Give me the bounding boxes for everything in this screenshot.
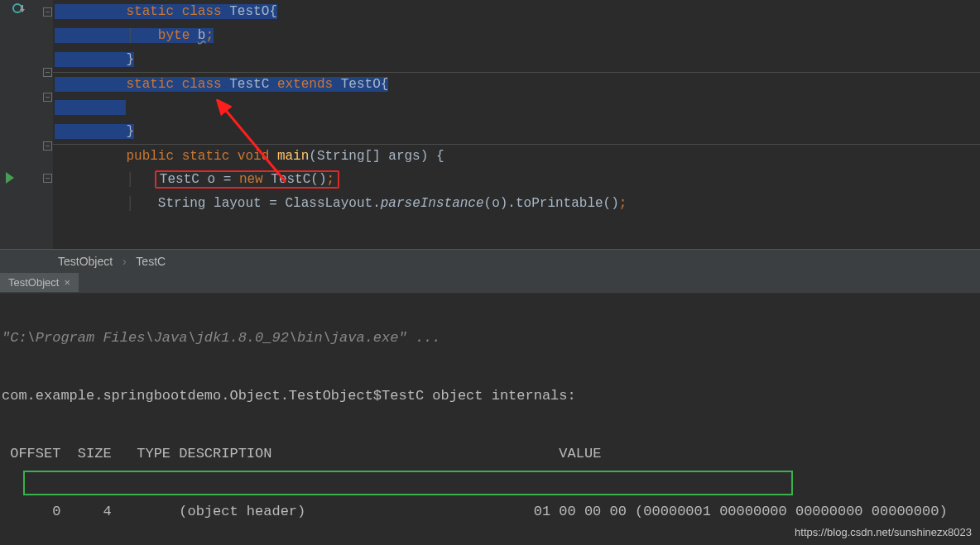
fold-toggle-icon[interactable] (43, 7, 52, 17)
code-line[interactable]: static class TestC extends TestO{ (53, 72, 980, 96)
breadcrumb-item[interactable]: TestObject (58, 255, 113, 268)
code-line[interactable]: public static void main(String[] args) { (53, 144, 980, 168)
code-area[interactable]: static class TestO{ │ byte b; } static c… (53, 0, 980, 242)
fold-toggle-icon[interactable] (43, 174, 52, 183)
run-tool-window[interactable]: TestObject× "C:\Program Files\Java\jdk1.… (0, 273, 980, 545)
watermark: https://blog.csdn.net/sunshinezx8023 (795, 526, 972, 538)
console-line: "C:\Program Files\Java\jdk1.8.0_92\bin\j… (0, 325, 980, 351)
annotation-highlight (23, 471, 793, 495)
close-icon[interactable]: × (64, 276, 70, 289)
fold-toggle-icon[interactable] (43, 68, 52, 77)
run-tab[interactable]: TestObject× (0, 273, 79, 292)
code-line[interactable]: static class TestO{ (53, 0, 980, 24)
run-tab-bar[interactable]: TestObject× (0, 273, 980, 294)
fold-strip[interactable] (41, 0, 53, 273)
code-line[interactable]: } (53, 120, 980, 144)
console-output[interactable]: "C:\Program Files\Java\jdk1.8.0_92\bin\j… (0, 294, 980, 545)
breadcrumb-separator: › (122, 255, 127, 268)
run-line-icon[interactable] (6, 172, 14, 184)
breadcrumb-item[interactable]: TestC (136, 255, 166, 268)
code-line[interactable]: │ TestC o = new TestC(); (53, 168, 980, 192)
fold-toggle-icon[interactable] (43, 141, 52, 151)
console-line: OFFSET SIZE TYPE DESCRIPTION VALUE (0, 441, 980, 467)
overrides-icon (12, 2, 26, 17)
code-line[interactable]: │ String layout = ClassLayout.parseInsta… (53, 192, 980, 216)
fold-toggle-icon[interactable] (43, 93, 52, 102)
run-tab-label: TestObject (8, 276, 59, 289)
code-line[interactable] (53, 96, 980, 120)
svg-point-0 (13, 4, 22, 12)
line-gutter (0, 0, 41, 273)
code-editor[interactable]: static class TestO{ │ byte b; } static c… (0, 0, 980, 273)
breadcrumb[interactable]: TestObject › TestC (0, 249, 980, 273)
table-row: 0 4 (object header) 01 00 00 00 (0000000… (0, 499, 980, 525)
console-line: com.example.springbootdemo.Object.TestOb… (0, 383, 980, 409)
code-line[interactable]: } (53, 48, 980, 72)
code-line[interactable]: │ byte b; (53, 24, 980, 48)
